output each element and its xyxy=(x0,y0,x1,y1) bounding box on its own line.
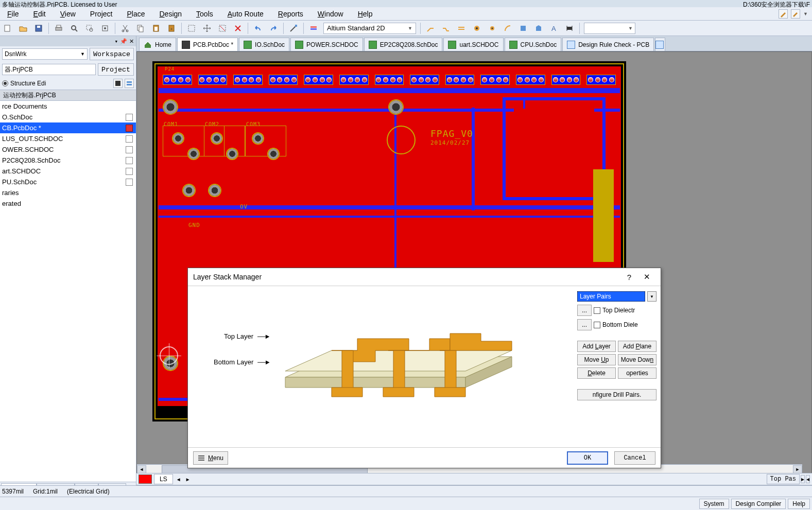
via-small-icon[interactable] xyxy=(486,22,499,35)
tab-pcb-pcbdoc[interactable]: PCB.PcbDoc * xyxy=(177,38,238,51)
string-icon[interactable]: A xyxy=(547,22,561,35)
menu-place[interactable]: Place xyxy=(119,8,152,20)
component-icon[interactable] xyxy=(563,22,576,35)
menu-design[interactable]: Design xyxy=(152,8,189,20)
project-options-icon[interactable] xyxy=(113,79,123,88)
move-up-button[interactable]: Move Up xyxy=(577,354,616,365)
cut-icon[interactable] xyxy=(118,22,132,35)
close-icon[interactable]: ✕ xyxy=(638,269,655,285)
footer-system[interactable]: System xyxy=(699,499,729,509)
layer-tab-next-icon[interactable]: ► xyxy=(183,474,193,484)
zoom-selected-icon[interactable] xyxy=(98,22,112,35)
structure-editor-radio[interactable]: Structure Edi xyxy=(2,80,46,87)
layer-nav-icon[interactable]: ▸ xyxy=(801,475,805,483)
pencil-dropdown-icon[interactable] xyxy=(779,9,788,19)
deselect-icon[interactable] xyxy=(216,22,229,35)
footer-help[interactable]: Help xyxy=(788,499,810,509)
ok-button[interactable]: OK xyxy=(567,451,608,465)
tree-item-plus-out[interactable]: LUS_OUT.SCHDOC xyxy=(0,133,136,144)
via-icon[interactable] xyxy=(470,22,483,35)
panel-pin-icon[interactable]: 📌 xyxy=(120,38,127,45)
new-icon[interactable] xyxy=(1,22,14,35)
tab-overflow[interactable] xyxy=(655,38,665,51)
tab-home[interactable]: Home xyxy=(139,38,176,51)
tree-item-io-schdoc[interactable]: O.SchDoc xyxy=(0,112,136,122)
menu-autoroute[interactable]: Auto Route xyxy=(220,8,271,20)
move-icon[interactable] xyxy=(200,22,214,35)
tree-item-power[interactable]: OWER.SCHDOC xyxy=(0,144,136,155)
route-toggle-icon[interactable] xyxy=(439,22,453,35)
fill-icon[interactable] xyxy=(516,22,530,35)
menu-edit[interactable]: Edit xyxy=(26,8,53,20)
layer-color-swatch[interactable] xyxy=(139,474,152,484)
properties-button[interactable]: operties xyxy=(618,367,656,379)
tree-item-pcb-pcbdoc[interactable]: CB.PcbDoc * xyxy=(0,122,136,133)
project-button[interactable]: Project xyxy=(98,63,134,76)
tab-ep2c8q208-schdoc[interactable]: EP2C8Q208.SchDoc xyxy=(364,38,443,51)
configure-drill-pairs-button[interactable]: nfigure Drill Pairs. xyxy=(577,389,656,400)
open-icon[interactable] xyxy=(16,22,30,35)
project-dropdown[interactable]: 器.PrjPCB xyxy=(2,64,96,75)
board-layers-icon[interactable] xyxy=(307,22,320,35)
menu-tools[interactable]: Tools xyxy=(189,8,220,20)
scroll-left-icon[interactable]: ◄ xyxy=(137,465,146,473)
route-diff-icon[interactable] xyxy=(455,22,468,35)
tab-io-schdoc[interactable]: IO.SchDoc xyxy=(239,38,289,51)
tab-power-schdoc[interactable]: POWER.SCHDOC xyxy=(290,38,363,51)
top-dielectric-checkbox[interactable] xyxy=(594,307,600,314)
menu-reports[interactable]: Reports xyxy=(271,8,310,20)
project-refresh-icon[interactable] xyxy=(125,79,134,88)
tree-item-libraries[interactable]: raries xyxy=(0,187,136,198)
project-tree-head[interactable]: 运动控制器.PrjPCB xyxy=(0,90,136,101)
chevron-down-icon[interactable]: ▼ xyxy=(647,291,656,302)
undo-icon[interactable] xyxy=(251,22,265,35)
arc-icon[interactable] xyxy=(501,22,514,35)
redo-icon[interactable] xyxy=(267,22,280,35)
footer-design-compiler[interactable]: Design Compiler xyxy=(731,499,786,509)
menu-file[interactable]: File xyxy=(0,8,26,20)
workspace-button[interactable]: Workspace xyxy=(90,48,134,60)
print-icon[interactable] xyxy=(52,22,65,35)
tree-item-cpu[interactable]: PU.SchDoc xyxy=(0,177,136,187)
save-icon[interactable] xyxy=(32,22,45,35)
cross-probe-icon[interactable] xyxy=(287,22,300,35)
bottom-dielectric-options[interactable]: ... xyxy=(577,319,592,330)
menu-window[interactable]: Window xyxy=(310,8,351,20)
dialog-titlebar[interactable]: Layer Stack Manager ? ✕ xyxy=(188,268,661,286)
select-rect-icon[interactable] xyxy=(185,22,198,35)
clear-icon[interactable] xyxy=(231,22,245,35)
menu-project[interactable]: Project xyxy=(83,8,120,20)
tree-item-uart[interactable]: art.SCHDOC xyxy=(0,166,136,177)
polygon-icon[interactable] xyxy=(532,22,545,35)
tab-cpu-schdoc[interactable]: CPU.SchDoc xyxy=(505,38,562,51)
paste-icon[interactable] xyxy=(149,22,163,35)
copy-icon[interactable] xyxy=(134,22,147,35)
scroll-right-icon[interactable]: ► xyxy=(793,465,802,473)
add-layer-button[interactable]: Add Layer xyxy=(577,341,616,352)
tab-uart-schdoc[interactable]: uart.SCHDOC xyxy=(443,38,503,51)
top-dielectric-options[interactable]: ... xyxy=(577,305,592,316)
dialog-menu-button[interactable]: Menu xyxy=(193,451,228,465)
add-plane-button[interactable]: Add Plane xyxy=(618,341,656,352)
zoom-area-icon[interactable] xyxy=(83,22,96,35)
paste-special-icon[interactable]: + xyxy=(165,22,178,35)
panel-menu-icon[interactable]: ▾ xyxy=(114,38,118,45)
zoom-fit-icon[interactable] xyxy=(67,22,81,35)
view-mode-dropdown[interactable]: Altium Standard 2D ▼ xyxy=(323,23,416,34)
cancel-button[interactable]: Cancel xyxy=(614,451,655,465)
help-icon[interactable]: ? xyxy=(620,269,638,285)
menu-help[interactable]: Help xyxy=(351,8,380,20)
route-start-icon[interactable] xyxy=(424,22,437,35)
panel-close-icon[interactable]: ✕ xyxy=(129,38,134,45)
layer-tab-top-paste[interactable]: Top Pas xyxy=(767,474,800,484)
layer-pairs-selector[interactable]: Layer Pairs xyxy=(577,291,645,302)
move-down-button[interactable]: Move Down xyxy=(618,354,656,365)
pencil-small-icon[interactable] xyxy=(791,9,800,19)
tree-item-ep2c8q208[interactable]: P2C8Q208.SchDoc xyxy=(0,155,136,166)
tab-drc[interactable]: Design Rule Check - PCB xyxy=(562,38,654,51)
filter-input[interactable]: ▼ xyxy=(584,23,635,34)
layer-tab-prev-icon[interactable]: ◄ xyxy=(174,474,183,484)
workspace-dropdown[interactable]: DsnWrk▼ xyxy=(2,48,88,60)
tree-item-source-documents[interactable]: rce Documents xyxy=(0,101,136,112)
menu-view[interactable]: View xyxy=(53,8,83,20)
